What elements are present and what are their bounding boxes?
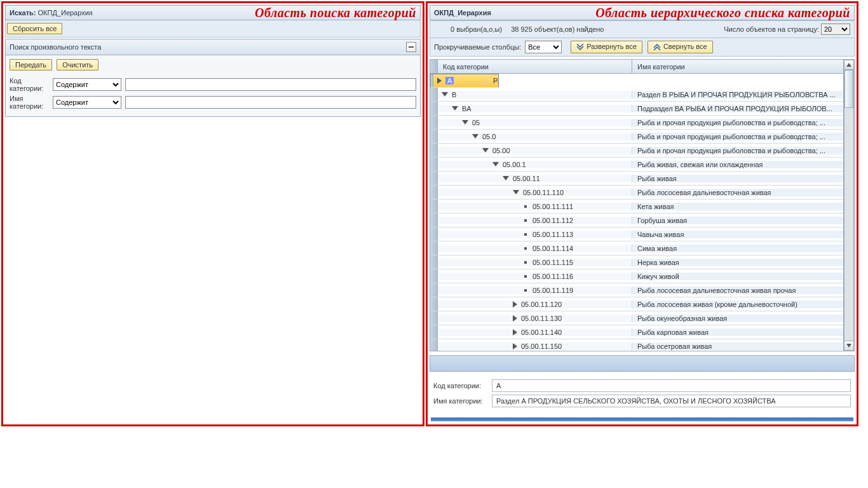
row-gutter[interactable] — [430, 297, 438, 311]
search-area-caption: Область поиска категорий — [93, 6, 416, 20]
column-code-header[interactable]: Код категории — [438, 60, 632, 73]
selected-count: 0 выбран(а,о,ы) — [451, 25, 502, 33]
row-gutter[interactable] — [430, 172, 438, 185]
clear-button[interactable]: Очистить — [57, 59, 98, 71]
expand-down-icon[interactable] — [452, 106, 458, 111]
expand-down-icon[interactable] — [503, 176, 509, 180]
row-gutter[interactable] — [430, 116, 438, 129]
row-gutter[interactable] — [430, 214, 438, 227]
detail-code-value[interactable]: A — [492, 379, 851, 392]
code-operator-select[interactable]: Содержит — [53, 78, 121, 91]
scroll-track[interactable] — [844, 70, 854, 341]
tree-row[interactable]: 05.00.11.112Горбуша живая — [430, 214, 843, 227]
tree-row[interactable]: 05.00Рыба и прочая продукция рыболовства… — [430, 144, 843, 158]
tree-row[interactable]: BРаздел В РЫБА И ПРОЧАЯ ПРОДУКЦИЯ РЫБОЛО… — [430, 88, 843, 102]
row-gutter[interactable] — [430, 325, 438, 339]
vertical-scrollbar[interactable] — [844, 60, 854, 351]
tree-row[interactable]: 05.00.11.114Сима живая — [430, 241, 843, 255]
expand-right-icon[interactable] — [513, 343, 517, 349]
cell-name: Рыба и прочая продукция рыболовства и ры… — [632, 133, 843, 140]
name-operator-select[interactable]: Содержит — [53, 96, 121, 109]
row-gutter[interactable] — [430, 102, 438, 115]
scroll-thumb[interactable] — [844, 70, 853, 108]
expand-right-icon[interactable] — [437, 78, 442, 84]
submit-button[interactable]: Передать — [10, 59, 52, 71]
expand-down-icon[interactable] — [513, 190, 519, 194]
tree-row[interactable]: 05.00.11.110Рыба лососевая дальневосточн… — [430, 186, 843, 200]
tree-row[interactable]: BAПодраздел ВА РЫБА И ПРОЧАЯ ПРОДУКЦИЯ Р… — [430, 102, 843, 116]
cell-code: 05.00.11.116 — [438, 273, 632, 280]
expand-down-icon[interactable] — [472, 134, 478, 139]
collapse-icon[interactable] — [406, 42, 416, 52]
hierarchy-name: ОКПД_Иерархия — [434, 9, 491, 17]
cell-code: B — [438, 91, 632, 98]
tree-row[interactable]: 05.00.11.140Рыба карповая живая — [430, 325, 843, 339]
scroll-cols-label: Прокручиваемые столбцы: — [434, 43, 521, 51]
reset-all-button[interactable]: Сбросить все — [7, 23, 62, 34]
cell-name: Кижуч живой — [632, 273, 843, 280]
column-name-header[interactable]: Имя категории — [632, 60, 843, 73]
per-page-select[interactable]: 20 — [821, 24, 850, 35]
tree-row[interactable]: 05.00.11.120Рыба лососевая живая (кроме … — [430, 297, 843, 311]
tree-row[interactable]: 05.00.11.150Рыба осетровая живая — [430, 339, 843, 351]
row-gutter[interactable] — [430, 269, 438, 283]
row-gutter[interactable] — [430, 255, 438, 269]
cell-name: Нерка живая — [632, 259, 843, 266]
row-gutter[interactable] — [430, 283, 438, 297]
row-gutter[interactable] — [430, 339, 438, 351]
cell-code: 05 — [438, 119, 632, 126]
cell-code: 05.00.11.119 — [438, 287, 632, 294]
leaf-icon — [524, 205, 527, 208]
expand-right-icon[interactable] — [513, 329, 517, 336]
tree-row[interactable]: AРаздел А ПРОДУКЦИЯ СЕЛЬСКОГО ХОЗЯЙСТВА,… — [430, 74, 499, 88]
hierarchy-titlebar: ОКПД_Иерархия Область иерархического спи… — [430, 5, 855, 20]
code-input[interactable] — [125, 78, 416, 91]
tree-row[interactable]: 05.00.11.111Кета живая — [430, 200, 843, 214]
expand-down-icon[interactable] — [492, 162, 499, 166]
row-gutter[interactable] — [430, 144, 438, 157]
cell-code: 05.00.11.140 — [438, 329, 632, 336]
tree-row[interactable]: 05.00.11.115Нерка живая — [430, 255, 843, 269]
row-gutter[interactable] — [430, 227, 438, 241]
expand-down-icon[interactable] — [462, 120, 468, 125]
row-gutter[interactable] — [430, 158, 438, 171]
row-gutter[interactable] — [430, 130, 438, 143]
collapse-all-button[interactable]: Свернуть все — [648, 41, 713, 53]
collapse-icon — [653, 44, 661, 51]
tree-row[interactable]: 05.00.11.116Кижуч живой — [430, 269, 843, 283]
cell-code: 05.00.11.120 — [438, 301, 632, 308]
tree-row[interactable]: 05.0Рыба и прочая продукция рыболовства … — [430, 130, 843, 144]
cell-code: 05.00.11.113 — [438, 231, 632, 238]
row-gutter[interactable] — [430, 186, 438, 199]
code-label: Код категории: — [10, 77, 53, 92]
expand-down-icon[interactable] — [482, 148, 489, 152]
tree-row[interactable]: 05Рыба и прочая продукция рыболовства и … — [430, 116, 843, 130]
expand-right-icon[interactable] — [513, 301, 517, 308]
expand-right-icon[interactable] — [513, 315, 517, 322]
freetext-search-panel: Поиск произвольного текста Передать Очис… — [5, 39, 421, 117]
row-gutter[interactable] — [430, 311, 438, 325]
row-gutter[interactable] — [430, 200, 438, 213]
scroll-up-icon[interactable] — [844, 60, 854, 70]
tree-row-code: A — [445, 77, 454, 85]
name-label: Имя категории: — [10, 95, 53, 110]
expand-all-button[interactable]: Развернуть все — [571, 41, 642, 53]
scroll-down-icon[interactable] — [844, 341, 854, 351]
row-gutter[interactable] — [430, 88, 438, 101]
name-input[interactable] — [125, 96, 416, 109]
tree-row[interactable]: 05.00.1Рыба живая, свежая или охлажденна… — [430, 158, 843, 172]
tree-row[interactable]: 05.00.11Рыба живая — [430, 172, 843, 186]
scroll-cols-select[interactable]: Все — [525, 41, 562, 53]
tree-row-code: 05.00.11.140 — [521, 329, 562, 336]
row-gutter[interactable] — [430, 241, 438, 255]
cell-name: Горбуша живая — [632, 217, 843, 224]
leaf-icon — [524, 247, 527, 250]
tree-row-code: 05.00.11.110 — [523, 189, 564, 196]
cell-name: Рыба лососевая дальневосточная живая — [632, 189, 843, 196]
tree-row[interactable]: 05.00.11.113Чавыча живая — [430, 227, 843, 241]
detail-name-value[interactable]: Раздел А ПРОДУКЦИЯ СЕЛЬСКОГО ХОЗЯЙСТВА, … — [492, 395, 851, 407]
tree-row[interactable]: 05.00.11.130Рыба окунеобразная живая — [430, 311, 843, 325]
cell-name: Чавыча живая — [632, 231, 843, 238]
tree-row[interactable]: 05.00.11.119Рыба лососевая дальневосточн… — [430, 283, 843, 297]
expand-down-icon[interactable] — [442, 92, 448, 97]
